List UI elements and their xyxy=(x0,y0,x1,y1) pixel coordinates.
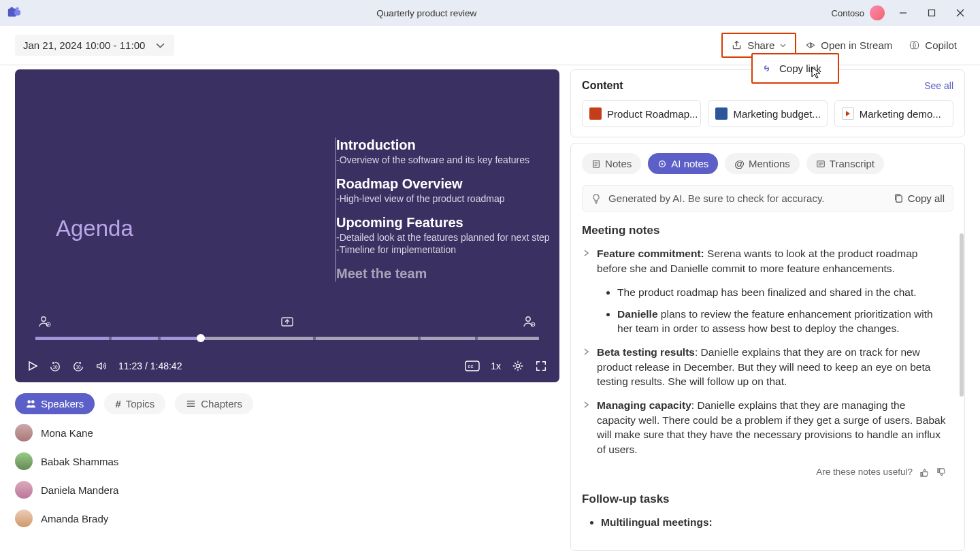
account-name: Contoso xyxy=(832,8,864,18)
agenda-item-title: Roadmap Overview xyxy=(336,176,559,192)
forward-10-button[interactable]: 10 xyxy=(72,360,84,372)
account-info[interactable]: Contoso xyxy=(832,5,885,20)
svg-point-24 xyxy=(662,163,664,165)
meeting-notes-heading: Meeting notes xyxy=(582,222,947,238)
agenda-item-sub: -Overview of the software and its key fe… xyxy=(336,154,559,165)
svg-rect-5 xyxy=(929,10,935,16)
window-title: Quarterly product review xyxy=(22,8,832,18)
chevron-right-icon xyxy=(582,348,590,388)
video-player[interactable]: Agenda Introduction-Overview of the soft… xyxy=(15,69,559,382)
doc-item[interactable]: Marketing budget... xyxy=(708,100,827,127)
note-item[interactable]: Feature commitment: Serena wants to look… xyxy=(582,246,947,276)
feedback-text: Are these notes useful? xyxy=(816,466,913,479)
speaker-name: Amanda Brady xyxy=(41,513,157,524)
svg-point-3 xyxy=(10,7,13,10)
doc-item[interactable]: Product Roadmap... xyxy=(582,100,701,127)
scrollbar[interactable] xyxy=(960,233,964,397)
agenda-item-sub: -Detailed look at the features planned f… xyxy=(336,232,559,243)
svg-rect-1 xyxy=(14,10,20,15)
tab-ai-notes[interactable]: AI notes xyxy=(648,153,718,174)
playback-speed[interactable]: 1x xyxy=(491,361,501,371)
stream-icon xyxy=(804,39,816,51)
avatar-icon xyxy=(15,452,33,470)
note-item[interactable]: Beta testing results: Danielle explains … xyxy=(582,345,947,388)
svg-point-8 xyxy=(911,41,916,49)
tab-mentions[interactable]: @Mentions xyxy=(725,153,800,174)
agenda-item-title: Meet the team xyxy=(336,266,559,282)
content-title: Content xyxy=(582,80,623,92)
tab-speakers[interactable]: Speakers xyxy=(15,393,95,414)
copilot-icon xyxy=(909,39,920,51)
captions-button[interactable]: cc xyxy=(465,361,480,371)
thumbs-down-button[interactable] xyxy=(936,467,947,478)
speaker-name: Daniela Mandera xyxy=(41,484,157,496)
svg-rect-26 xyxy=(896,196,902,202)
agenda-item-sub: -Timeline for implementation xyxy=(336,244,559,255)
speaker-name: Babak Shammas xyxy=(41,456,157,467)
video-file-icon xyxy=(842,107,854,120)
share-icon xyxy=(731,39,742,51)
video-controls: 10 10 11:23 / 1:48:42 cc 1x xyxy=(15,350,559,382)
volume-button[interactable] xyxy=(95,360,108,372)
tab-topics[interactable]: #Topics xyxy=(104,393,165,414)
scrubber-knob[interactable] xyxy=(197,334,205,342)
speaker-row[interactable]: Mona Kane xyxy=(15,424,559,441)
video-tabs: Speakers #Topics Chapters xyxy=(15,393,559,414)
minimize-button[interactable] xyxy=(889,0,917,26)
ai-banner: Generated by AI. Be sure to check for ac… xyxy=(582,185,953,212)
tab-transcript[interactable]: Transcript xyxy=(806,153,884,174)
speakers-list: Mona Kane Babak Shammas xyxy=(15,424,559,527)
chevron-right-icon xyxy=(582,401,590,456)
titlebar: Quarterly product review Contoso xyxy=(0,0,980,26)
avatar-icon xyxy=(870,5,885,20)
chevron-right-icon xyxy=(582,249,590,276)
svg-point-19 xyxy=(516,364,519,367)
speaker-row[interactable]: Babak Shammas xyxy=(15,452,559,470)
timecode: 11:23 / 1:48:42 xyxy=(118,361,182,371)
chevron-down-icon xyxy=(779,41,787,49)
note-item[interactable]: Managing capacity: Danielle explains tha… xyxy=(582,398,947,456)
see-all-link[interactable]: See all xyxy=(924,80,953,91)
notes-card: Notes AI notes @Mentions Transcript Gene… xyxy=(570,143,965,551)
avatar-icon xyxy=(15,481,33,499)
date-range-select[interactable]: Jan 21, 2024 10:00 - 11:00 xyxy=(15,35,174,56)
notes-body: Meeting notes Feature commitment: Serena… xyxy=(582,222,953,539)
svg-text:10: 10 xyxy=(52,365,58,369)
add-people-right-icon[interactable] xyxy=(523,316,536,328)
date-range-label: Jan 21, 2024 10:00 - 11:00 xyxy=(23,39,145,51)
fullscreen-button[interactable] xyxy=(535,360,547,372)
doc-item[interactable]: Marketing demo... xyxy=(834,100,953,127)
link-icon xyxy=(761,63,772,74)
avatar-icon xyxy=(15,510,33,527)
svg-point-10 xyxy=(42,317,46,321)
play-button[interactable] xyxy=(27,361,38,371)
copy-link-menu-item[interactable]: Copy link xyxy=(751,53,839,84)
copilot-button[interactable]: Copilot xyxy=(900,34,965,56)
ai-banner-text: Generated by AI. Be sure to check for ac… xyxy=(608,193,824,204)
screen-share-icon[interactable] xyxy=(280,316,294,328)
thumbs-up-button[interactable] xyxy=(919,467,930,478)
chevron-down-icon xyxy=(154,39,166,51)
maximize-button[interactable] xyxy=(917,0,946,26)
settings-button[interactable] xyxy=(512,360,524,372)
slide-agenda-items: Introduction-Overview of the software an… xyxy=(335,137,559,282)
svg-point-21 xyxy=(31,400,35,403)
svg-text:10: 10 xyxy=(76,365,81,369)
copy-all-button[interactable]: Copy all xyxy=(894,193,945,204)
tab-notes[interactable]: Notes xyxy=(582,153,641,174)
speaker-row[interactable]: Amanda Brady xyxy=(15,510,559,527)
close-button[interactable] xyxy=(946,0,975,26)
agenda-item-title: Introduction xyxy=(336,137,559,153)
svg-point-9 xyxy=(913,41,919,49)
word-icon xyxy=(715,107,728,120)
add-people-left-icon[interactable] xyxy=(38,316,52,328)
rewind-10-button[interactable]: 10 xyxy=(49,360,61,372)
slide-agenda-label: Agenda xyxy=(56,216,133,241)
note-sub-bullet: Danielle plans to review the feature enh… xyxy=(617,307,947,336)
tab-chapters[interactable]: Chapters xyxy=(175,393,253,414)
copy-icon xyxy=(894,193,904,203)
svg-point-2 xyxy=(16,7,19,10)
open-in-stream-label: Open in Stream xyxy=(821,39,892,51)
speaker-row[interactable]: Daniela Mandera xyxy=(15,481,559,499)
scrubber[interactable] xyxy=(35,337,539,340)
